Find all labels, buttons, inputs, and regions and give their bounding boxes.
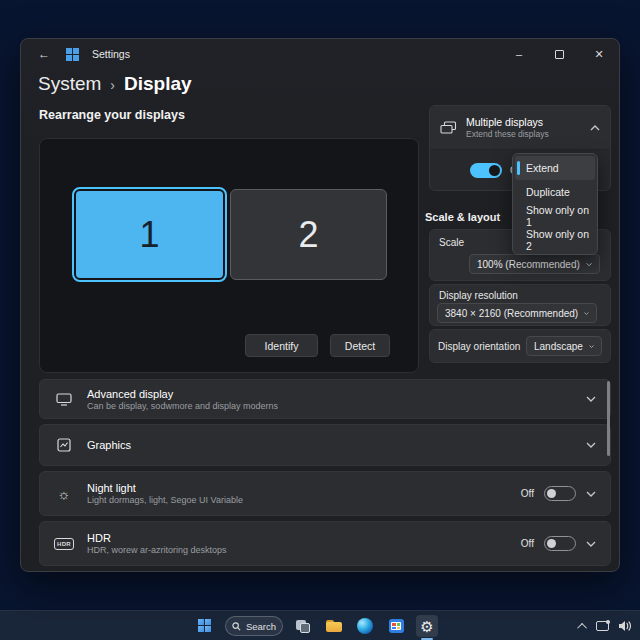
night-light-toggle[interactable] [544,486,576,501]
orientation-value: Landscape [534,341,583,352]
monitor-1[interactable]: 1 [74,189,225,280]
start-button[interactable] [194,615,216,637]
display-arrangement-canvas: 1 2 Identify Detect [39,138,419,373]
monitor-2-label: 2 [298,214,318,256]
advanced-display-row[interactable]: Advanced display Can be display, sodwmor… [39,379,611,419]
row-texts: Advanced display Can be display, sodwmor… [87,388,573,411]
menu-item-label: Duplicate [526,186,570,198]
system-tray [580,611,632,640]
taskbar-center: Search ⚙ [194,611,438,640]
search-icon [232,622,241,631]
hidden-icons-chevron[interactable] [577,622,587,632]
multiple-displays-texts: Multiple displays Extend these displays [466,116,581,139]
chevron-down-icon [584,311,589,316]
menu-item-label: Show only on 2 [526,228,595,252]
store-button[interactable] [385,615,407,637]
store-icon [389,619,404,633]
multiple-displays-expander[interactable]: Multiple displays Extend these displays [430,106,610,150]
multiple-displays-icon [440,121,457,135]
orientation-label: Display orientation [438,341,520,352]
edge-icon [357,618,373,634]
toggle-knob [489,165,500,176]
menu-item-label: Show only on 1 [526,204,595,228]
hdr-toggle[interactable] [544,536,576,551]
toggle-knob [547,489,556,498]
chevron-down-icon [586,442,596,448]
chevron-down-icon [586,541,596,547]
row-subtitle: Light dormags, light, Segoe UI Variable [87,495,508,505]
task-view-button[interactable] [292,615,314,637]
graphics-icon [54,438,74,452]
night-light-state: Off [521,488,534,499]
page-title: Display [124,73,192,95]
row-title: Night light [87,482,508,494]
night-light-icon: ☼ [54,486,74,502]
row-title: Graphics [87,439,573,451]
file-explorer-button[interactable] [323,615,345,637]
row-texts: HDR HDR, worew ar-azritoring desktops [87,532,508,555]
caption-controls: – ✕ [499,39,619,69]
menu-item-duplicate[interactable]: Duplicate [515,180,595,204]
detect-button[interactable]: Detect [330,334,390,357]
resolution-label: Display resolution [439,290,518,301]
windows-logo-icon [198,619,212,633]
chevron-down-icon [586,262,592,267]
multiple-displays-toggle[interactable] [470,163,502,178]
resolution-value: 3840 × 2160 (Recommended) [445,308,578,319]
orientation-select[interactable]: Landscape [526,336,602,356]
resolution-card: Display resolution 3840 × 2160 (Recommen… [429,284,611,326]
night-light-row[interactable]: ☼ Night light Light dormags, light, Sego… [39,471,611,516]
chevron-down-icon [586,396,596,402]
settings-window: ← Settings – ✕ System › Display Rearrang… [20,38,620,572]
hdr-row[interactable]: HDR HDR HDR, worew ar-azritoring desktop… [39,521,611,566]
menu-item-show-only-1[interactable]: Show only on 1 [515,204,595,228]
network-icon[interactable] [596,621,609,631]
graphics-row[interactable]: Graphics [39,424,611,466]
scale-select[interactable]: 100% (Recommended) [469,254,600,274]
scale-label: Scale [439,237,464,248]
search-box[interactable]: Search [225,616,283,636]
chevron-up-icon [590,125,600,131]
settings-taskbar-button[interactable]: ⚙ [416,615,438,637]
edge-button[interactable] [354,615,376,637]
menu-item-extend[interactable]: Extend [515,156,595,180]
orientation-card: Display orientation Landscape [429,329,611,363]
row-subtitle: Can be display, sodwmore and display mod… [87,401,573,411]
window-title: Settings [92,48,130,60]
row-title: Advanced display [87,388,573,400]
folder-icon [326,620,342,632]
multiple-displays-title: Multiple displays [466,116,581,128]
row-texts: Night light Light dormags, light, Segoe … [87,482,508,505]
resolution-select[interactable]: 3840 × 2160 (Recommended) [437,303,597,323]
task-view-icon [296,620,311,633]
scale-layout-heading: Scale & layout [425,211,500,223]
identify-button[interactable]: Identify [245,334,318,357]
row-title: HDR [87,532,508,544]
rearrange-displays-heading: Rearrange your displays [39,108,185,122]
maximize-icon [555,50,564,59]
menu-item-show-only-2[interactable]: Show only on 2 [515,228,595,252]
maximize-button[interactable] [539,39,579,69]
chevron-down-icon [586,491,596,497]
hdr-icon: HDR [54,538,74,550]
breadcrumb-separator: › [110,75,115,93]
breadcrumb-system[interactable]: System [38,73,101,95]
menu-item-label: Extend [526,162,559,174]
volume-icon[interactable] [618,620,632,632]
taskbar: Search ⚙ [0,610,640,640]
row-texts: Graphics [87,439,573,452]
scrollbar[interactable] [607,381,610,456]
toggle-knob [547,539,556,548]
desktop: { "window": { "title": "Settings", "back… [0,0,640,640]
multiple-displays-subtitle: Extend these displays [466,129,581,139]
minimize-button[interactable]: – [499,39,539,69]
gear-icon: ⚙ [420,619,433,634]
monitor-2[interactable]: 2 [230,189,387,280]
chevron-down-icon [589,344,594,349]
settings-app-icon [66,48,79,61]
back-button[interactable]: ← [35,47,53,61]
row-subtitle: HDR, worew ar-azritoring desktops [87,545,508,555]
search-label: Search [246,621,276,632]
hdr-state: Off [521,538,534,549]
close-button[interactable]: ✕ [579,39,619,69]
